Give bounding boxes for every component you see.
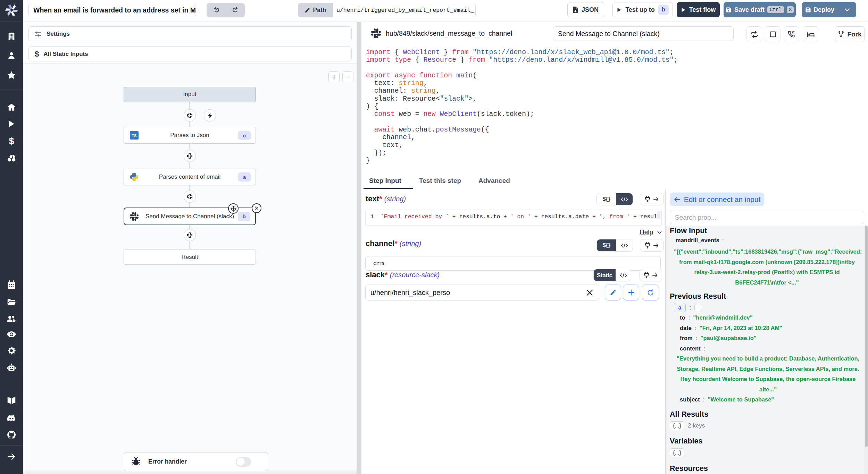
svg-text:TS: TS <box>132 134 137 138</box>
